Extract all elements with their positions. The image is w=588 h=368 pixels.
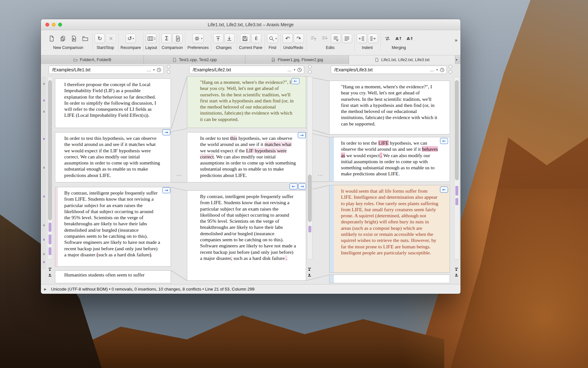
browse-button[interactable]: … <box>145 68 152 72</box>
scrollbar-pane-1[interactable] <box>47 77 53 259</box>
scroll-to-bottom-button[interactable]: ▼ <box>307 273 312 277</box>
merge-take-a-button[interactable]: A↑ <box>394 34 404 43</box>
file-path: /Examples/Life3.txt <box>334 67 429 72</box>
find-button[interactable]: ▾ <box>267 34 278 43</box>
pane-link-radio[interactable] <box>449 70 452 74</box>
merge-right-button[interactable]: → <box>298 132 306 138</box>
encoding-button[interactable]: É <box>251 34 261 43</box>
toolbar-group-new-comparison: New Comparison <box>44 33 92 50</box>
merge-right-button[interactable]: → <box>162 187 170 193</box>
status-disclosure-icon[interactable]: ▶ <box>44 287 47 291</box>
tab-foldera-folderb[interactable]: FolderA, FolderB <box>41 55 144 64</box>
scroll-to-bottom-button[interactable]: ▼ <box>48 273 52 277</box>
merge-left-button[interactable]: ← <box>440 187 448 193</box>
text-block-pane2-1[interactable]: "Hang on a moment, where's the evidence?… <box>187 76 306 128</box>
tab-life1-life2-life3[interactable]: Life1.txt, Life2.txt, Life3.txt <box>349 55 455 64</box>
chevron-down-icon[interactable]: ▾ <box>435 68 439 71</box>
edit-list-button[interactable] <box>342 34 352 43</box>
merge-left-button[interactable]: ← <box>290 183 298 189</box>
chevron-down-icon[interactable]: ▾ <box>152 68 156 71</box>
browse-button[interactable]: … <box>429 68 435 72</box>
scrollbar-thumb[interactable] <box>455 80 459 180</box>
pane-link-radio[interactable] <box>167 65 170 68</box>
pane-link-radio[interactable] <box>449 65 452 68</box>
scroll-to-top-button[interactable]: ▲ <box>454 267 459 272</box>
recompare-button[interactable]: ↺▾ <box>126 34 136 43</box>
text-block-pane3-3[interactable]: It would seem that all life forms suffer… <box>329 185 450 273</box>
pane-link-radio[interactable] <box>167 70 170 74</box>
layout-button[interactable]: ▴▾ <box>146 34 157 43</box>
text-block-pane1-4[interactable]: Humanities students often seem to suffer <box>55 270 171 283</box>
scroll-to-top-button[interactable]: ▲ <box>48 267 52 272</box>
tab-test1-test2[interactable]: Test1.cpp, Test2.cpp <box>144 55 245 64</box>
text-block-pane1-1[interactable]: I therefore propose the concept of the L… <box>55 78 171 128</box>
merge-left-button[interactable]: ← <box>440 138 448 144</box>
redo-button[interactable]: ↷ <box>294 34 304 43</box>
stop-button[interactable]: × <box>106 34 116 43</box>
scrollbar-thumb[interactable] <box>48 80 52 220</box>
text-block-pane3-1[interactable]: "Hang on a moment, where's the evidence?… <box>329 81 450 134</box>
edit-move-down-button[interactable] <box>320 34 330 43</box>
zoom-window-button[interactable] <box>58 23 62 27</box>
scrollbar-thumb[interactable] <box>308 175 312 222</box>
scroll-to-bottom-button[interactable]: ▼ <box>454 273 459 277</box>
splitter-handle[interactable]: ··· <box>176 173 182 179</box>
edit-delete-lines-button[interactable] <box>331 34 341 43</box>
text-block-pane1-2[interactable]: In order to test this hypothesis, we can… <box>55 132 171 182</box>
scroll-to-top-button[interactable]: ▲ <box>307 267 312 272</box>
browse-button[interactable]: … <box>286 68 293 72</box>
text-block-pane3-4[interactable] <box>329 275 450 283</box>
tab-flower1-flower2[interactable]: Flower1.jpg, Flower2.jpg <box>245 55 349 64</box>
comparison-report-button[interactable] <box>173 34 183 43</box>
undo-button[interactable]: ↶ <box>282 34 293 43</box>
start-button[interactable]: ↻ <box>95 34 105 43</box>
toolbar-group-indent: Indent <box>354 33 380 50</box>
history-icon[interactable] <box>157 68 161 72</box>
toolbar-group-layout: ▴▾ Layout <box>143 33 159 50</box>
minimize-window-button[interactable] <box>52 23 56 27</box>
file-path-field-1[interactable]: /Examples/Life1.txt … ▾ <box>49 66 164 74</box>
text-block-pane2-2[interactable]: In order to test this hypothesis, we can… <box>187 132 306 182</box>
pane-link-radio[interactable] <box>308 65 312 68</box>
pane-link-radio[interactable] <box>308 70 312 74</box>
merge-take-all-button[interactable]: A⇑ <box>405 34 415 43</box>
file-path-field-2[interactable]: /Examples/Life2.txt … ▾ <box>189 66 304 74</box>
new-file-comparison-button[interactable] <box>58 34 68 43</box>
merge-left-button[interactable]: ← <box>291 78 299 84</box>
overview-strip-left[interactable] <box>43 77 45 269</box>
tab-list-dropdown-button[interactable]: ▾ <box>455 55 460 64</box>
tab-label: Test1.cpp, Test2.cpp <box>179 57 217 62</box>
scrollbar-pane-3[interactable] <box>454 77 460 259</box>
sigma-icon: Σ <box>165 36 168 41</box>
status-text: Unicode (UTF-8 without BOM) • 0 removals… <box>51 287 255 292</box>
comparison-summary-button[interactable]: Σ <box>161 34 172 43</box>
text-block-pane2-3[interactable]: By contrast, intelligent people frequent… <box>187 190 306 281</box>
indent-left-button[interactable] <box>357 34 367 43</box>
preferences-button[interactable]: ▾ <box>192 34 204 43</box>
edit-move-up-button[interactable] <box>308 34 319 43</box>
save-button[interactable] <box>240 34 250 43</box>
document-icon <box>375 58 379 62</box>
indent-right-button[interactable] <box>368 34 378 43</box>
new-image-comparison-button[interactable] <box>69 34 79 43</box>
history-icon[interactable] <box>440 68 445 72</box>
splitter-handle[interactable]: ··· <box>318 173 323 179</box>
next-change-button[interactable] <box>224 34 235 43</box>
merge-swap-button[interactable] <box>383 34 393 43</box>
folder-icon <box>82 35 89 42</box>
a-up-icon: A↑ <box>395 36 402 41</box>
text-block-pane1-3[interactable]: By contrast, intelligent people frequent… <box>55 187 171 267</box>
chevron-down-icon[interactable]: ▾ <box>293 68 296 71</box>
file-path-field-3[interactable]: /Examples/Life3.txt … ▾ <box>331 66 447 74</box>
merge-right-button[interactable]: → <box>298 183 306 189</box>
close-window-button[interactable] <box>45 23 49 27</box>
previous-change-button[interactable] <box>213 34 223 43</box>
list-lines-icon <box>344 35 350 42</box>
new-folder-comparison-button[interactable] <box>80 34 90 43</box>
merge-right-button[interactable]: → <box>162 129 170 135</box>
scrollbar-pane-2[interactable] <box>307 77 313 259</box>
new-text-comparison-button[interactable] <box>46 34 57 43</box>
text-block-pane3-2[interactable]: In order to test the LIFE hypothesis, we… <box>329 137 450 182</box>
history-icon[interactable] <box>297 68 302 72</box>
toolbar-overflow-button[interactable]: » <box>454 37 458 43</box>
